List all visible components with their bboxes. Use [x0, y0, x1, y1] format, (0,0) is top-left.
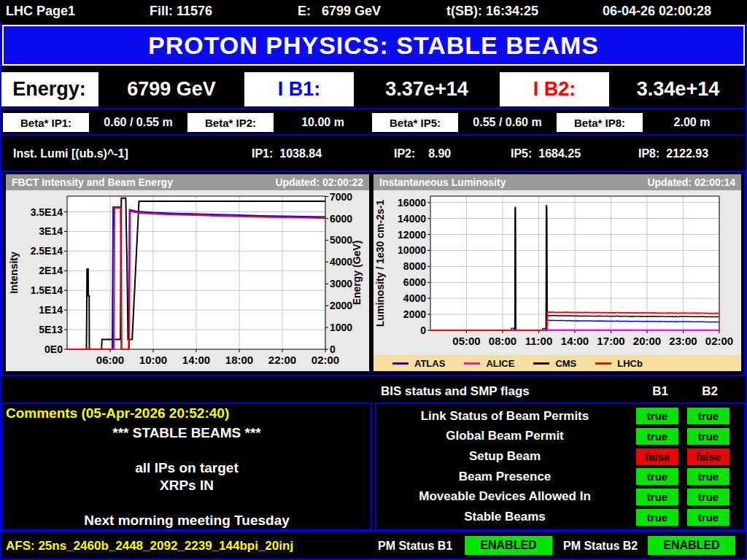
svg-text:22:00: 22:00: [268, 354, 296, 366]
afs-filling-scheme: AFS: 25ns_2460b_2448_2092_2239_144bpi_20…: [6, 539, 293, 553]
svg-text:Luminosity / 1e30 cm-2s-1: Luminosity / 1e30 cm-2s-1: [374, 200, 386, 327]
bis-row-label: Beam Presence: [376, 470, 633, 484]
fill-number: Fill: 11576: [150, 4, 212, 19]
svg-text:05:00: 05:00: [452, 335, 480, 347]
svg-text:4000: 4000: [403, 292, 426, 304]
beta-ip5-label: Beta* IP5:: [372, 113, 458, 132]
comments-title: Comments (05-Apr-2026 20:52:40): [3, 404, 371, 423]
svg-text:10:00: 10:00: [139, 354, 167, 366]
bis-row-label: Link Status of Beam Permits: [376, 409, 633, 424]
status-badge-b1: true: [636, 428, 678, 445]
svg-text:12000: 12000: [398, 229, 426, 241]
beta-ip1-value: 0.60 / 0.55 m: [89, 116, 187, 129]
status-badge-b2: true: [687, 489, 729, 505]
page-title: PROTON PHYSICS: STABLE BEAMS: [2, 25, 745, 66]
status-badge-b1: true: [636, 468, 678, 485]
pm-status-b1-label: PM Status B1: [378, 540, 452, 553]
pm-status-b1-badge: ENABLED: [465, 536, 552, 555]
bis-status-panel: Link Status of Beam Permits true true Gl…: [375, 402, 746, 531]
lumi-label: Inst. Lumi [(ub.s)^-1]: [13, 147, 128, 160]
svg-text:17:00: 17:00: [597, 335, 624, 347]
status-badge-b2: true: [687, 509, 729, 526]
bis-row-global-permit: Global Beam Permit true true: [376, 427, 744, 446]
svg-text:3E14: 3E14: [39, 225, 63, 237]
legend-item-alice: ALICE: [464, 358, 514, 369]
lumi-ip1-value: IP1: 1038.84: [252, 147, 322, 160]
energy-value: 6799 GeV: [98, 71, 244, 108]
bis-row-label: Stable Beams: [376, 510, 633, 524]
svg-text:10000: 10000: [398, 244, 426, 256]
bis-col-b2: B2: [692, 384, 728, 399]
svg-text:08:00: 08:00: [489, 335, 516, 347]
intensity-b2-label: I B2:: [500, 72, 609, 106]
charts-container: FBCT Intensity and Beam Energy Updated: …: [1, 171, 746, 376]
bis-row-beam-presence: Beam Presence true true: [376, 467, 744, 486]
svg-text:16000: 16000: [398, 197, 426, 209]
header-bar: LHC Page1 Fill: 11576 E: 6799 GeV t(SB):…: [0, 0, 747, 22]
svg-text:1.5E14: 1.5E14: [31, 284, 63, 296]
svg-text:8000: 8000: [403, 260, 426, 272]
fbct-chart-title: FBCT Intensity and Beam Energy: [12, 176, 173, 188]
bis-row-label: Setup Beam: [376, 449, 633, 464]
energy-row: Energy: 6799 GeV I B1: 3.37e+14 I B2: 3.…: [0, 71, 747, 109]
lhc-page1: LHC Page1 Fill: 11576 E: 6799 GeV t(SB):…: [0, 0, 747, 560]
lumi-chart-updated: Updated: 02:00:14: [647, 176, 735, 188]
svg-text:3000: 3000: [330, 278, 352, 289]
comments-panel: Comments (05-Apr-2026 20:52:40) *** STAB…: [1, 402, 372, 531]
lumi-chart-title: Instantaneous Luminosity: [379, 176, 506, 188]
status-badge-b1: true: [636, 509, 678, 526]
status-badge-b1: false: [636, 448, 678, 465]
svg-text:4000: 4000: [330, 256, 352, 268]
svg-text:23:00: 23:00: [669, 335, 697, 347]
intensity-b1-label: I B1:: [244, 72, 354, 106]
svg-text:0E0: 0E0: [44, 343, 63, 355]
svg-text:5000: 5000: [330, 234, 352, 246]
energy-label: Energy:: [0, 72, 98, 106]
beta-star-row: Beta* IP1: 0.60 / 0.55 m Beta* IP2: 10.0…: [0, 111, 747, 136]
beta-ip1-label: Beta* IP1:: [3, 113, 89, 132]
svg-text:14:00: 14:00: [561, 335, 589, 347]
lumi-ip2-value: IP2: 8.90: [394, 147, 451, 160]
intensity-b1-value: 3.37e+14: [354, 71, 500, 108]
datetime: 06-04-26 02:00:28: [603, 4, 711, 19]
footer-bar: AFS: 25ns_2460b_2448_2092_2239_144bpi_20…: [0, 531, 747, 560]
svg-text:02:00: 02:00: [311, 354, 339, 366]
status-badge-b1: true: [636, 489, 678, 505]
bis-row-label: Global Beam Permit: [376, 429, 633, 443]
legend-item-cms: CMS: [533, 358, 576, 369]
svg-text:5E13: 5E13: [39, 324, 63, 335]
svg-text:7000: 7000: [330, 191, 352, 203]
intensity-b2-value: 3.34e+14: [609, 71, 747, 108]
app-title: LHC Page1: [6, 4, 75, 19]
status-badge-b2: true: [687, 428, 729, 445]
bis-header-row: BIS status and SMP flags B1 B2: [0, 379, 747, 402]
svg-text:2.5E14: 2.5E14: [31, 245, 63, 257]
atlas-legend-label: ATLAS: [414, 358, 445, 369]
svg-text:14000: 14000: [398, 213, 426, 225]
svg-text:14:00: 14:00: [182, 354, 210, 366]
svg-text:2000: 2000: [330, 300, 352, 311]
bis-row-moveable-devices: Moveable Devices Allowed In true true: [376, 487, 744, 506]
pm-status-b2-label: PM Status B2: [563, 540, 638, 553]
svg-text:2E14: 2E14: [39, 265, 63, 276]
bis-row-stable-beams: Stable Beams true true: [376, 508, 744, 526]
atlas-line-swatch: [392, 362, 409, 365]
beta-ip2-value: 10.00 m: [274, 116, 372, 129]
lumi-ip5-value: IP5: 1684.25: [511, 147, 581, 160]
svg-text:3.5E14: 3.5E14: [31, 206, 63, 218]
lumi-chart-panel: Instantaneous Luminosity Updated: 02:00:…: [374, 174, 741, 371]
lumi-chart-legend: ATLAS ALICE CMS LHCb: [374, 355, 741, 371]
beta-ip8-label: Beta* IP8:: [557, 113, 643, 132]
svg-text:6000: 6000: [403, 276, 426, 288]
lumi-ip8-value: IP8: 2122.93: [638, 147, 708, 160]
beta-ip5-value: 0.55 / 0.60 m: [458, 116, 557, 129]
svg-text:Energy (GeV): Energy (GeV): [351, 241, 363, 306]
fbct-chart-titlebar: FBCT Intensity and Beam Energy Updated: …: [6, 174, 369, 190]
beta-ip8-value: 2.00 m: [643, 116, 741, 129]
status-badge-b2: false: [687, 448, 729, 465]
bis-row-link-status: Link Status of Beam Permits true true: [376, 407, 744, 426]
bis-header-title: BIS status and SMP flags: [381, 384, 530, 399]
legend-item-atlas: ATLAS: [392, 358, 445, 369]
bis-row-label: Moveable Devices Allowed In: [376, 489, 633, 504]
svg-text:06:00: 06:00: [96, 354, 124, 366]
